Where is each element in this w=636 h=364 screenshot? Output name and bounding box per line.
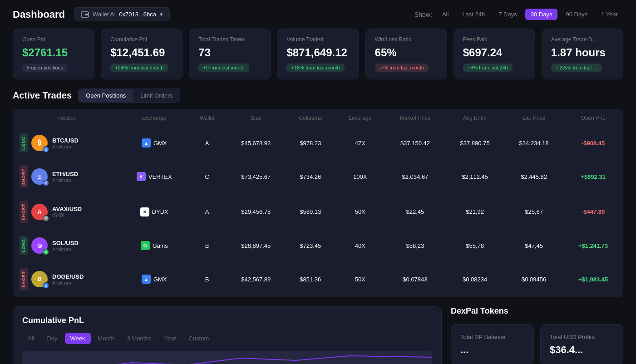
- chain-badge: d: [43, 215, 49, 221]
- stat-value: 1.87 hours: [551, 46, 614, 59]
- chart-tab-week[interactable]: Week: [65, 333, 91, 344]
- chart-tab-3months[interactable]: 3 Months: [122, 333, 157, 344]
- exchange-cell: ▲ GMX: [121, 127, 188, 159]
- exchange-name: Gains: [153, 242, 168, 249]
- coin-chain: dYdX: [52, 212, 82, 218]
- stat-badge: + 3,5% from last ...: [551, 64, 602, 72]
- direction-tag-short: SHORT: [20, 268, 28, 290]
- usd-profits-label: Total USD Profits: [550, 334, 614, 340]
- chart-tab-custom[interactable]: Custom: [183, 333, 214, 344]
- total-dp-balance-card: Total DP Balance ...: [451, 324, 534, 364]
- collateral-cell: $723.45: [286, 230, 335, 262]
- dp-balance-value: ...: [460, 344, 524, 356]
- chart-tab-group: All Day Week Month 3 Months Year Custom: [22, 333, 432, 344]
- position-cell: LONG ◎ G SOL/USD Arbitrum: [13, 230, 121, 262]
- period-30d[interactable]: 30 Days: [525, 9, 558, 20]
- size-cell: $28,897.45: [227, 230, 286, 262]
- stat-total-trades: Total Trades Taken 73 +9 from last month: [189, 29, 271, 79]
- collateral-cell: $851.36: [286, 262, 335, 297]
- pnl-cell: -$908.45: [563, 127, 623, 159]
- bottom-row: Cumulative PnL All Day Week Month 3 Mont…: [0, 306, 636, 364]
- trades-table: Position Exchange Wallet Size Collateral…: [13, 109, 623, 297]
- liq-price-cell: $47,45: [504, 230, 563, 262]
- trades-tab-group: Open Positions Limit Orders: [78, 89, 180, 103]
- active-trades-section: Active Trades Open Positions Limit Order…: [0, 89, 636, 306]
- chart-tab-all[interactable]: All: [22, 333, 39, 344]
- liq-price-cell: $34,234.18: [504, 127, 563, 159]
- tab-limit-orders[interactable]: Limit Orders: [133, 89, 180, 102]
- col-wallet: Wallet: [188, 109, 227, 127]
- stats-row: Open PnL $2761.15 5 open positions Cumul…: [0, 29, 636, 89]
- table-row: SHORT Ξ E ETH/USD Arbitrum: [13, 159, 623, 195]
- gmx-icon: ▲: [142, 275, 151, 284]
- coin-name: AVAX/USD: [52, 206, 82, 212]
- position-cell: SHORT Ð A DOGE/USD Arbitrum: [13, 262, 121, 297]
- pnl-chart: [22, 354, 432, 364]
- col-liq-price: Liq. Price: [504, 109, 563, 127]
- period-all[interactable]: All: [437, 9, 454, 20]
- stat-badge: +24% from last month: [110, 64, 168, 72]
- chain-badge: E: [43, 180, 49, 186]
- size-cell: $73,425.67: [227, 159, 286, 195]
- exchange-cell: ✕ DYDX: [121, 194, 188, 230]
- coin-name: ETH/USD: [52, 171, 78, 177]
- dexpal-title: DexPal Tokens: [451, 306, 623, 316]
- wallet-selector[interactable]: Wallet A: 0x7013...6bca ▾: [74, 7, 170, 21]
- open-positions-badge: 5 open positions: [22, 64, 68, 72]
- avg-entry-cell: $55,78: [445, 230, 504, 262]
- stat-volume: Volume Traded $871,649.12 +16% from last…: [277, 29, 359, 79]
- pnl-cell: +$1,241.73: [563, 230, 623, 262]
- stat-value: $12,451.69: [110, 46, 173, 59]
- active-trades-header: Active Trades Open Positions Limit Order…: [13, 89, 623, 103]
- usd-profits-value: $36.4...: [550, 344, 614, 356]
- exchange-name: GMX: [153, 276, 167, 283]
- dexpal-tokens-section: DexPal Tokens Total DP Balance ... Total…: [451, 306, 623, 364]
- wallet-label: Wallet A: 0x7013...6bca: [93, 11, 156, 18]
- chart-tab-month[interactable]: Month: [93, 333, 120, 344]
- tab-open-positions[interactable]: Open Positions: [79, 89, 133, 102]
- exchange-cell: V VERTEX: [121, 159, 188, 195]
- stat-winloss: Win/Loss Ratio 65% -7% from last month: [365, 29, 447, 79]
- col-open-pnl: Open PnL: [563, 109, 623, 127]
- stat-badge: -7% from last month: [375, 64, 429, 72]
- chain-badge: A: [43, 282, 49, 289]
- stat-label: Average Trade D...: [551, 36, 614, 43]
- show-label: Show:: [414, 11, 432, 18]
- cumulative-pnl-section: Cumulative PnL All Day Week Month 3 Mont…: [13, 306, 442, 364]
- coin-name: DOGE/USD: [52, 273, 84, 280]
- direction-tag-short: SHORT: [20, 201, 28, 223]
- stat-badge: +9 from last month: [198, 64, 249, 72]
- col-exchange: Exchange: [121, 109, 188, 127]
- wallet-cell: B: [188, 262, 227, 297]
- period-24h[interactable]: Last 24h: [457, 9, 490, 20]
- stat-label: Cumulative PnL: [110, 36, 173, 43]
- pnl-cell: +$1,983.45: [563, 262, 623, 297]
- period-7d[interactable]: 7 Days: [493, 9, 522, 20]
- exchange-cell: G Gains: [121, 230, 188, 262]
- pnl-cell: +$892.31: [563, 159, 623, 195]
- coin-chain: Arbitrum: [52, 177, 78, 183]
- avax-icon: A d: [31, 204, 48, 220]
- chain-badge: G: [43, 249, 49, 255]
- chart-tab-day[interactable]: Day: [41, 333, 63, 344]
- coin-name: SOL/USD: [52, 240, 79, 246]
- stat-value: 65%: [375, 46, 438, 59]
- gains-icon: G: [141, 241, 150, 250]
- gmx-icon: ▲: [142, 138, 151, 148]
- pnl-cell: -$447.89: [563, 194, 623, 230]
- chart-tab-year[interactable]: Year: [158, 333, 181, 344]
- btc-icon: ₿ A: [31, 135, 48, 151]
- period-90d[interactable]: 90 Days: [560, 9, 593, 20]
- coin-name: BTC/USD: [52, 137, 79, 144]
- stat-cumulative-pnl: Cumulative PnL $12,451.69 +24% from last…: [101, 29, 182, 79]
- coin-chain: Arbitrum: [52, 280, 84, 285]
- avg-entry-cell: $21,92: [445, 194, 504, 230]
- wallet-cell: B: [188, 230, 227, 262]
- market-price-cell: $58,23: [385, 230, 445, 262]
- eth-icon: Ξ E: [31, 168, 48, 185]
- stat-label: Win/Loss Ratio: [375, 36, 438, 43]
- size-cell: $29,456.78: [227, 194, 286, 230]
- table-row: LONG ₿ A BTC/USD Arbitrum: [13, 127, 623, 159]
- market-price-cell: $2,034.67: [385, 159, 445, 195]
- period-1y[interactable]: 1 Year: [596, 9, 623, 20]
